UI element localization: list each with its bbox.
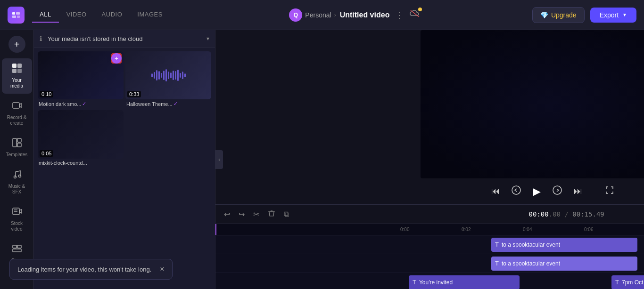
timeline-time-display: 00:00.00 / 00:15.49: [295, 210, 644, 218]
tab-audio[interactable]: AUDIO: [94, 7, 130, 23]
upgrade-button[interactable]: 💎 Upgrade: [532, 7, 585, 23]
tab-images[interactable]: IMAGES: [130, 7, 170, 23]
storage-notice-text: Your media isn't stored in the cloud: [48, 35, 142, 42]
export-button[interactable]: Export ▼: [590, 8, 636, 23]
add-media-button[interactable]: +: [8, 36, 25, 53]
svg-rect-8: [17, 69, 22, 73]
svg-rect-12: [17, 143, 21, 147]
nav-tabs: ALL VIDEO AUDIO IMAGES: [32, 7, 170, 23]
media-item-mixkit-clock[interactable]: 0:05 mixkit-clock-countd...: [38, 110, 124, 167]
export-label: Export: [600, 11, 619, 19]
duration-badge: 0:05: [40, 150, 53, 157]
media-label: Motion dark smo...: [39, 101, 81, 107]
text-clip-icon: T: [495, 241, 499, 248]
delete-button[interactable]: [265, 208, 278, 221]
video-preview: 16:9: [421, 30, 644, 178]
more-icon: [12, 243, 22, 256]
templates-icon: [12, 137, 22, 150]
record-create-icon: [12, 100, 22, 113]
timeline-clip[interactable]: T to a spooktacular event: [491, 257, 637, 271]
play-button[interactable]: ▶: [531, 184, 543, 200]
sidebar-item-your-media[interactable]: Your media: [2, 58, 32, 94]
your-media-icon: [12, 63, 22, 76]
text-clip-icon: T: [413, 279, 416, 286]
cut-button[interactable]: ✂: [250, 208, 262, 221]
upgrade-icon: 💎: [540, 11, 548, 19]
sidebar-item-stock-video[interactable]: Stock video: [2, 201, 32, 237]
sidebar-item-templates[interactable]: Templates: [2, 133, 32, 162]
title-menu-icon[interactable]: ⋮: [393, 8, 405, 22]
duration-badge: 0:10: [40, 91, 53, 97]
svg-rect-18: [13, 245, 17, 248]
skip-to-start-button[interactable]: ⏮: [489, 185, 502, 198]
breadcrumb-arrow: ›: [334, 12, 336, 18]
sidebar-label-music: Music & SFX: [6, 184, 28, 195]
fullscreen-button[interactable]: [603, 184, 616, 199]
sidebar-item-music-sfx[interactable]: Music & SFX: [2, 164, 32, 200]
svg-rect-20: [13, 249, 21, 252]
sidebar-label-stock-video: Stock video: [6, 221, 28, 232]
track-content: T You're invited T 7pm Oct 30: [399, 273, 644, 289]
timeline-clip[interactable]: T to a spooktacular event: [491, 238, 637, 252]
audio-waveform: [151, 68, 186, 82]
video-preview-inner: [421, 30, 644, 178]
sidebar-label-templates: Templates: [6, 152, 28, 158]
main-layout: + Your media Record &create Templates Mu…: [0, 30, 644, 289]
music-sfx-icon: [12, 169, 22, 182]
clip-text: to a spooktacular event: [502, 241, 560, 248]
preview-area: ‹ 16:9 ? ⏮ ▶ ⏭: [215, 30, 644, 289]
header-center: Q Personal › Untitled video ⋮: [178, 8, 532, 22]
rewind-button[interactable]: [509, 183, 523, 200]
text-clip-icon: T: [615, 279, 619, 286]
preview-canvas: 16:9 ?: [215, 30, 644, 178]
svg-rect-0: [12, 12, 15, 15]
svg-point-14: [18, 175, 21, 177]
clip-text: 7pm Oct 30: [622, 279, 644, 286]
timeline-clip[interactable]: T 7pm Oct 30: [611, 275, 644, 289]
sidebar-label-record: Record &create: [7, 115, 27, 126]
sidebar-item-record-create[interactable]: Record &create: [2, 96, 32, 131]
track-row: T You're invited T 7pm Oct 30: [215, 273, 644, 289]
timeline-clip[interactable]: T You're invited: [409, 275, 520, 289]
playback-controls: ⏮ ▶ ⏭: [215, 178, 644, 204]
video-title[interactable]: Untitled video: [340, 11, 390, 19]
redo-button[interactable]: ↪: [236, 208, 248, 221]
svg-rect-2: [12, 16, 16, 18]
undo-button[interactable]: ↩: [221, 208, 233, 221]
toast-close-button[interactable]: ×: [160, 265, 164, 273]
svg-point-22: [553, 186, 561, 194]
toast-message: Loading items for your video, this won't…: [17, 266, 151, 273]
track-content: T to a spooktacular event T prizes to be…: [399, 235, 644, 254]
svg-rect-10: [13, 138, 17, 147]
tab-all[interactable]: ALL: [32, 7, 59, 23]
duration-badge: 0:33: [127, 91, 141, 97]
forward-button[interactable]: [550, 183, 564, 200]
copy-button[interactable]: ⧉: [281, 208, 292, 220]
svg-point-21: [512, 186, 520, 194]
selected-check-icon: ✓: [82, 101, 86, 107]
svg-rect-1: [16, 12, 20, 15]
selected-check-icon: ✓: [173, 101, 178, 107]
svg-point-13: [14, 176, 16, 178]
svg-rect-5: [12, 64, 17, 68]
svg-rect-9: [13, 103, 19, 108]
timeline-area: ↩ ↪ ✂ ⧉ 00:00.00 / 00:15.49: [215, 204, 644, 289]
svg-rect-6: [17, 64, 22, 68]
app-header: ALL VIDEO AUDIO IMAGES Q Personal › Unti…: [0, 0, 644, 30]
tab-video[interactable]: VIDEO: [59, 7, 94, 23]
add-to-timeline-icon[interactable]: +: [111, 53, 122, 64]
storage-dropdown-icon: ▾: [206, 35, 209, 42]
media-item-halloween[interactable]: 0:33 Halloween Theme... ✓: [125, 51, 211, 108]
export-chevron-icon: ▼: [622, 12, 627, 17]
track-content: T to a spooktacular event T prizes to be…: [399, 254, 644, 273]
header-left: ALL VIDEO AUDIO IMAGES: [8, 7, 178, 24]
total-time: 00:15.49: [572, 210, 604, 218]
stock-video-icon: [12, 206, 22, 219]
media-item-motion-dark[interactable]: 0:10 🗑 + Motion dark smo... ✓: [38, 51, 124, 108]
timeline-toolbar: ↩ ↪ ✂ ⧉ 00:00.00 / 00:15.49: [215, 205, 644, 224]
skip-to-end-button[interactable]: ⏭: [572, 185, 584, 198]
clip-text: to a spooktacular event: [502, 260, 560, 267]
svg-rect-7: [12, 69, 17, 73]
media-storage-notice[interactable]: ℹ Your media isn't stored in the cloud ▾: [34, 30, 215, 48]
ruler-mark: 0:00: [399, 227, 461, 232]
